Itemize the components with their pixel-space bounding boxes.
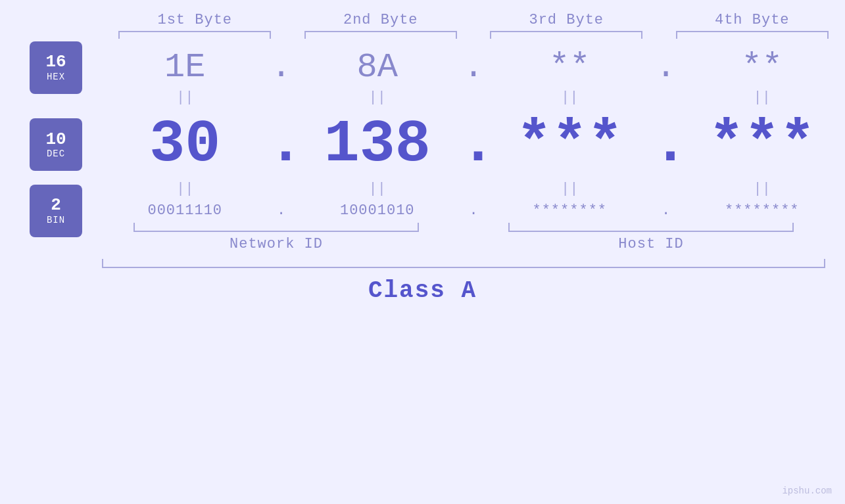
byte1-header: 1st Byte <box>102 12 288 28</box>
watermark: ipshu.com <box>782 486 832 496</box>
bin-b2: 10001010 <box>295 202 461 219</box>
bottom-brackets-container: Network ID Host ID <box>0 223 845 252</box>
bin-b3: ******** <box>487 202 653 219</box>
dec-dot-3: . <box>653 111 679 178</box>
eq2-b3: || <box>487 181 653 197</box>
bracket-cell-2 <box>288 31 474 39</box>
bracket-top-4 <box>676 31 829 39</box>
bin-dot-3: . <box>653 202 679 219</box>
main-container: 1st Byte 2nd Byte 3rd Byte 4th Byte 16 H… <box>0 0 845 504</box>
host-id-section: Host ID <box>477 223 825 252</box>
bin-dot-2: . <box>460 202 487 219</box>
equals-row-1: || || || || <box>0 89 845 106</box>
dec-b4: *** <box>679 111 846 178</box>
byte2-header: 2nd Byte <box>288 12 474 28</box>
hex-base-num: 16 <box>45 53 66 72</box>
eq2-b1: || <box>102 181 268 197</box>
dec-row: 10 DEC 30 . 138 . *** . *** <box>0 111 845 178</box>
network-id-section: Network ID <box>102 223 450 252</box>
byte-headers: 1st Byte 2nd Byte 3rd Byte 4th Byte <box>0 12 845 28</box>
bracket-top-1 <box>118 31 271 39</box>
class-bracket <box>102 259 825 268</box>
bracket-top-3 <box>490 31 642 39</box>
hex-base-label: HEX <box>47 72 65 82</box>
dec-base-num: 10 <box>45 130 66 149</box>
bin-base-label: BIN <box>47 215 65 225</box>
hex-b1: 1E <box>102 48 268 87</box>
host-id-label: Host ID <box>618 236 683 252</box>
dec-dot-2: . <box>460 111 487 178</box>
hex-values: 1E . 8A . ** . ** <box>102 48 845 87</box>
dec-dot-1: . <box>268 111 295 178</box>
eq1-b4: || <box>679 89 846 106</box>
eq1-b1: || <box>102 89 268 106</box>
dec-values: 30 . 138 . *** . *** <box>102 111 845 178</box>
bracket-cell-3 <box>473 31 660 39</box>
dec-b2: 138 <box>295 111 461 178</box>
bin-badge: 2 BIN <box>30 185 82 237</box>
hex-row: 16 HEX 1E . 8A . ** . ** <box>0 48 845 87</box>
top-brackets <box>0 31 845 39</box>
hex-b3: ** <box>487 48 653 87</box>
dec-base-label: DEC <box>47 149 65 159</box>
hex-dot-1: . <box>268 48 295 87</box>
hex-dot-2: . <box>460 48 487 87</box>
bracket-cell-1 <box>102 31 288 39</box>
dec-b3: *** <box>487 111 653 178</box>
equals-row-2: || || || || <box>0 181 845 197</box>
bracket-cell-4 <box>660 31 846 39</box>
eq2-b4: || <box>679 181 846 197</box>
bin-base-num: 2 <box>51 196 61 215</box>
bin-dot-1: . <box>268 202 295 219</box>
eq1-b3: || <box>487 89 653 106</box>
class-label: Class A <box>368 277 477 304</box>
network-id-label: Network ID <box>229 236 323 252</box>
network-id-bracket <box>133 223 420 232</box>
byte4-header: 4th Byte <box>660 12 846 28</box>
host-id-bracket <box>508 223 794 232</box>
bin-b1: 00011110 <box>102 202 268 219</box>
eq2-b2: || <box>295 181 461 197</box>
hex-badge: 16 HEX <box>30 41 82 94</box>
dec-badge: 10 DEC <box>30 118 82 171</box>
dec-b1: 30 <box>102 111 268 178</box>
hex-dot-3: . <box>653 48 679 87</box>
class-row: Class A <box>0 277 845 304</box>
hex-b4: ** <box>679 48 846 87</box>
byte3-header: 3rd Byte <box>473 12 660 28</box>
eq1-b2: || <box>295 89 461 106</box>
bin-row: 2 BIN 00011110 . 10001010 . ******** . *… <box>0 202 845 219</box>
bracket-top-2 <box>304 31 457 39</box>
bin-b4: ******** <box>679 202 846 219</box>
hex-b2: 8A <box>295 48 461 87</box>
bin-values: 00011110 . 10001010 . ******** . *******… <box>102 202 845 219</box>
